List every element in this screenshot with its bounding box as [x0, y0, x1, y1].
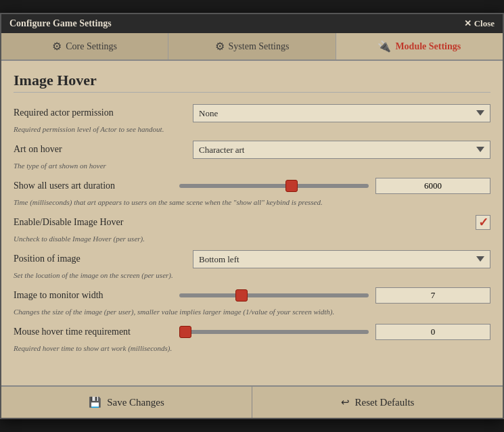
position-of-image-label: Position of image: [14, 254, 81, 264]
section-title: Image Hover: [14, 72, 490, 93]
actor-permission-select[interactable]: None Limited Observer Owner: [193, 104, 490, 122]
actor-permission-row: Required actor permission None Limited O…: [14, 102, 490, 124]
position-of-image-row: Position of image Bottom left Bottom rig…: [14, 248, 490, 270]
mouse-hover-time-slider-row: [179, 324, 490, 340]
save-icon: 💾: [89, 396, 101, 408]
reset-icon: ↩: [341, 396, 350, 408]
enable-disable-row: Enable/Disable Image Hover ✓: [14, 212, 490, 233]
enable-disable-label: Enable/Disable Image Hover: [14, 217, 124, 228]
image-monitor-width-slider-row: [179, 287, 490, 304]
tabs-bar: ⚙ Core Settings ⚙ System Settings 🔌 Modu…: [1, 33, 503, 61]
image-monitor-width-label-row: Image to monitor width: [14, 285, 490, 306]
show-all-duration-hint: Time (milliseconds) that art appears to …: [14, 198, 490, 206]
actor-permission-label: Required actor permission: [14, 107, 114, 118]
core-settings-icon: ⚙: [52, 40, 62, 53]
show-all-duration-value[interactable]: [375, 178, 490, 194]
actor-permission-setting: Required actor permission None Limited O…: [14, 102, 490, 133]
enable-disable-checkbox[interactable]: ✓: [476, 215, 490, 230]
tab-system-label: System Settings: [229, 41, 290, 52]
show-all-duration-slider-container: [179, 179, 369, 193]
tab-module-label: Module Settings: [395, 41, 461, 52]
checkmark-icon: ✓: [478, 216, 488, 229]
mouse-hover-time-value[interactable]: [375, 324, 490, 340]
image-monitor-width-slider-container: [179, 289, 369, 302]
image-monitor-width-slider[interactable]: [179, 293, 369, 297]
art-on-hover-setting: Art on hover Character art Token art Bot…: [14, 139, 490, 170]
position-of-image-hint: Set the location of the image on the scr…: [14, 271, 490, 279]
settings-content: Image Hover Required actor permission No…: [1, 61, 503, 385]
tab-core[interactable]: ⚙ Core Settings: [1, 33, 168, 59]
save-changes-button[interactable]: 💾 Save Changes: [1, 387, 252, 418]
close-button[interactable]: ✕ Close: [464, 18, 495, 29]
show-all-duration-setting: Show all users art duration Time (millis…: [14, 175, 490, 206]
show-all-duration-label-row: Show all users art duration: [14, 175, 490, 197]
module-settings-icon: 🔌: [377, 40, 391, 53]
mouse-hover-time-slider[interactable]: [179, 330, 369, 334]
enable-disable-hint: Uncheck to disable Image Hover (per user…: [14, 235, 490, 243]
system-settings-icon: ⚙: [215, 40, 225, 53]
image-monitor-width-hint: Changes the size of the image (per user)…: [14, 308, 490, 316]
enable-disable-setting: Enable/Disable Image Hover ✓ Uncheck to …: [14, 212, 490, 243]
show-all-duration-slider[interactable]: [179, 184, 369, 188]
position-of-image-setting: Position of image Bottom left Bottom rig…: [14, 248, 490, 279]
mouse-hover-time-setting: Mouse hover time requirement Required ho…: [14, 321, 490, 352]
configure-game-settings-window: Configure Game Settings ✕ Close ⚙ Core S…: [0, 13, 504, 419]
titlebar: Configure Game Settings ✕ Close: [1, 14, 503, 33]
mouse-hover-time-hint: Required hover time to show art work (mi…: [14, 344, 490, 352]
image-monitor-width-setting: Image to monitor width Changes the size …: [14, 285, 490, 316]
actor-permission-hint: Required permission level of Actor to se…: [14, 125, 490, 133]
tab-system[interactable]: ⚙ System Settings: [168, 33, 336, 59]
show-all-duration-slider-row: [179, 178, 490, 194]
mouse-hover-time-label: Mouse hover time requirement: [14, 327, 131, 337]
tab-core-label: Core Settings: [66, 41, 117, 52]
show-all-duration-label: Show all users art duration: [14, 181, 115, 191]
position-of-image-select[interactable]: Bottom left Bottom right Top left Top ri…: [193, 250, 490, 268]
image-monitor-width-value[interactable]: [375, 287, 490, 304]
art-on-hover-row: Art on hover Character art Token art Bot…: [14, 139, 490, 160]
footer: 💾 Save Changes ↩ Reset Defaults: [1, 385, 503, 418]
art-on-hover-hint: The type of art shown on hover: [14, 162, 490, 170]
tab-module[interactable]: 🔌 Module Settings: [336, 33, 503, 59]
mouse-hover-time-label-row: Mouse hover time requirement: [14, 321, 490, 343]
save-label: Save Changes: [107, 397, 164, 408]
image-monitor-width-label: Image to monitor width: [14, 290, 104, 301]
mouse-hover-time-slider-container: [179, 325, 369, 339]
art-on-hover-label: Art on hover: [14, 144, 62, 155]
reset-defaults-button[interactable]: ↩ Reset Defaults: [252, 387, 503, 418]
art-on-hover-select[interactable]: Character art Token art Both: [193, 141, 490, 159]
reset-label: Reset Defaults: [355, 397, 415, 408]
window-title: Configure Game Settings: [9, 18, 112, 29]
